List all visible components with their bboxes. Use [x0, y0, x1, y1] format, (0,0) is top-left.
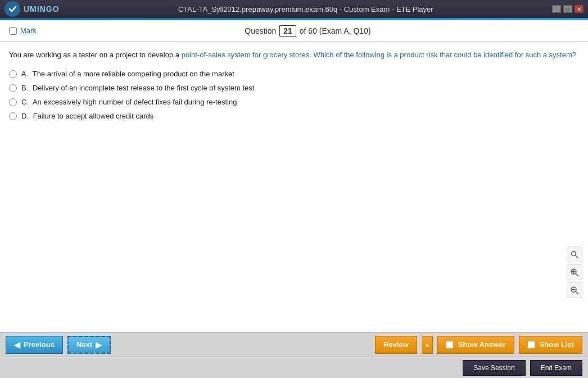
review-button[interactable]: Review — [375, 336, 417, 354]
close-button[interactable]: ✕ — [575, 5, 584, 13]
mark-checkbox[interactable] — [9, 27, 17, 35]
option-a-label: A. The arrival of a more reliable compet… — [21, 70, 234, 78]
radio-b[interactable] — [9, 84, 17, 92]
question-info: Question 21 of 60 (Exam A, Q10) — [37, 25, 579, 37]
window-title: CTAL-TA_Syll2012.prepaway.premium.exam.6… — [60, 5, 552, 13]
zoom-out-button[interactable] — [567, 283, 582, 298]
svg-line-2 — [576, 256, 578, 258]
svg-line-6 — [576, 274, 578, 276]
logo-text: UMINGO — [24, 4, 60, 13]
prev-arrow-icon: ◀ — [14, 340, 20, 349]
option-b-label: B. Delivery of an incomplete test releas… — [21, 84, 254, 92]
radio-d[interactable] — [9, 112, 17, 120]
save-session-button[interactable]: Save Session — [463, 360, 525, 376]
main-content: You are working as a tester on a project… — [0, 42, 588, 332]
svg-line-9 — [576, 292, 578, 294]
zoom-in-button[interactable] — [567, 265, 582, 280]
previous-button[interactable]: ◀ Previous — [6, 336, 63, 354]
mark-link[interactable]: Mark — [20, 26, 37, 35]
side-tools — [567, 247, 582, 298]
show-list-icon — [527, 341, 535, 349]
question-label: Question — [245, 26, 276, 35]
highlight-text: point-of-sales system for grocery stores… — [182, 51, 576, 59]
option-d[interactable]: D. Failure to accept allowed credit card… — [9, 112, 579, 120]
show-answer-button[interactable]: Show Answer — [437, 336, 514, 354]
question-number: 21 — [279, 25, 296, 37]
maximize-button[interactable]: □ — [563, 5, 572, 13]
search-tool-button[interactable] — [567, 247, 582, 262]
option-a[interactable]: A. The arrival of a more reliable compet… — [9, 70, 579, 78]
second-bottom-bar: Save Session End Exam — [0, 357, 588, 378]
options-list: A. The arrival of a more reliable compet… — [9, 70, 579, 120]
bottom-nav-bar: ◀ Previous Next ▶ Review ▲ Show Answer S… — [0, 332, 588, 357]
svg-point-0 — [7, 4, 17, 14]
question-of: of 60 (Exam A, Q10) — [300, 26, 371, 35]
next-button[interactable]: Next ▶ — [67, 336, 111, 354]
radio-a[interactable] — [9, 70, 17, 78]
option-d-label: D. Failure to accept allowed credit card… — [21, 112, 153, 120]
minimize-button[interactable]: _ — [552, 5, 561, 13]
show-list-button[interactable]: Show List — [519, 336, 582, 354]
show-answer-icon — [446, 341, 454, 349]
title-bar: UMINGO CTAL-TA_Syll2012.prepaway.premium… — [0, 0, 588, 18]
option-b[interactable]: B. Delivery of an incomplete test releas… — [9, 84, 579, 92]
logo-icon — [4, 1, 20, 17]
next-arrow-icon: ▶ — [96, 340, 102, 349]
mark-area: Mark — [9, 26, 37, 35]
radio-c[interactable] — [9, 98, 17, 106]
option-c-label: C. An excessively high number of defect … — [21, 98, 237, 106]
option-c[interactable]: C. An excessively high number of defect … — [9, 98, 579, 106]
logo: UMINGO — [4, 1, 60, 17]
question-text: You are working as a tester on a project… — [9, 49, 579, 61]
end-exam-button[interactable]: End Exam — [530, 360, 582, 376]
header-row: Mark Question 21 of 60 (Exam A, Q10) — [0, 20, 588, 42]
review-dropdown-button[interactable]: ▲ — [422, 336, 433, 354]
window-controls: _ □ ✕ — [552, 5, 584, 13]
